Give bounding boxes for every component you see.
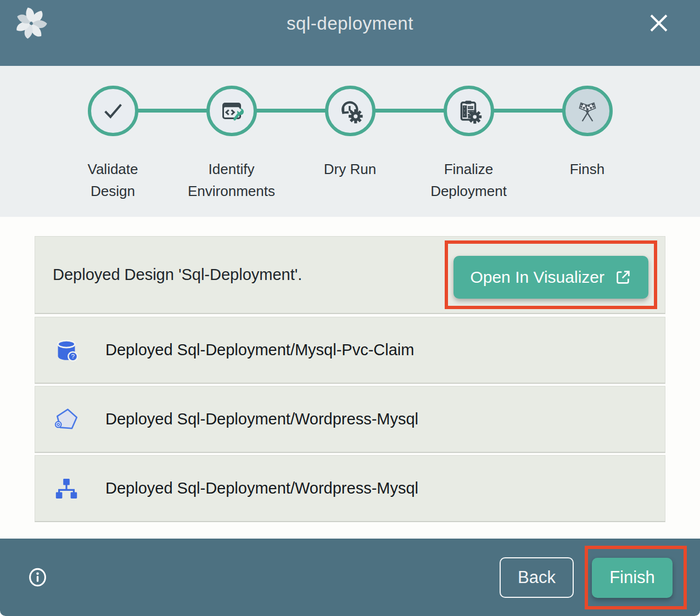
modal-title: sql-deployment (0, 13, 700, 34)
step-label: Dry Run (324, 158, 376, 180)
step-validate-design: Validate Design (54, 86, 172, 202)
info-icon[interactable] (27, 567, 48, 587)
rerun-gear-icon (337, 98, 363, 124)
annotation-box-finish: Finish (585, 546, 687, 609)
finish-button[interactable]: Finish (592, 558, 673, 598)
racing-flags-icon (574, 97, 601, 125)
deployment-results: Deployed Design 'Sql-Deployment'. Open I… (0, 217, 700, 522)
database-icon: ? (53, 337, 80, 364)
deployment-summary-row: Deployed Design 'Sql-Deployment'. Open I… (35, 236, 665, 314)
close-icon[interactable] (646, 10, 671, 36)
step-finalize-deployment: Finalize Deployment (410, 86, 528, 202)
deployment-message: Deployed Design 'Sql-Deployment'. (53, 266, 302, 284)
deployed-resource-text: Deployed Sql-Deployment/Wordpress-Mysql (105, 479, 418, 497)
deployed-resource-row: ? Deployed Sql-Deployment/Mysql-Pvc-Clai… (35, 317, 665, 384)
step-label: Finsh (570, 158, 605, 180)
deployment-wizard-modal: sql-deployment Validate Design (0, 0, 700, 616)
deployed-resource-row: Deployed Sql-Deployment/Wordpress-Mysql (35, 455, 665, 522)
code-window-wrench-icon (219, 98, 245, 124)
deployment-stepper: Validate Design (0, 66, 700, 217)
pentagon-component-icon (53, 406, 80, 433)
checklist-gear-icon (456, 98, 482, 124)
modal-header: sql-deployment (0, 0, 700, 66)
deployed-resource-row: Deployed Sql-Deployment/Wordpress-Mysql (35, 386, 665, 453)
step-finish: Finsh (528, 86, 647, 202)
step-label: Validate Design (65, 158, 161, 202)
open-in-visualizer-button[interactable]: Open In Visualizer (453, 256, 648, 299)
step-identify-environments: Identify Environments (172, 86, 291, 202)
external-link-icon (614, 268, 632, 286)
topology-icon (53, 475, 80, 502)
check-icon (100, 98, 126, 124)
deployed-resource-text: Deployed Sql-Deployment/Mysql-Pvc-Claim (105, 341, 414, 359)
modal-footer: Back Finish (0, 539, 700, 616)
step-label: Finalize Deployment (421, 158, 517, 202)
step-dry-run: Dry Run (291, 86, 410, 202)
step-label: Identify Environments (183, 158, 279, 202)
back-button[interactable]: Back (500, 557, 574, 598)
svg-text:?: ? (71, 352, 75, 360)
annotation-box-visualizer: Open In Visualizer (445, 240, 657, 309)
deployed-resource-text: Deployed Sql-Deployment/Wordpress-Mysql (105, 410, 418, 428)
